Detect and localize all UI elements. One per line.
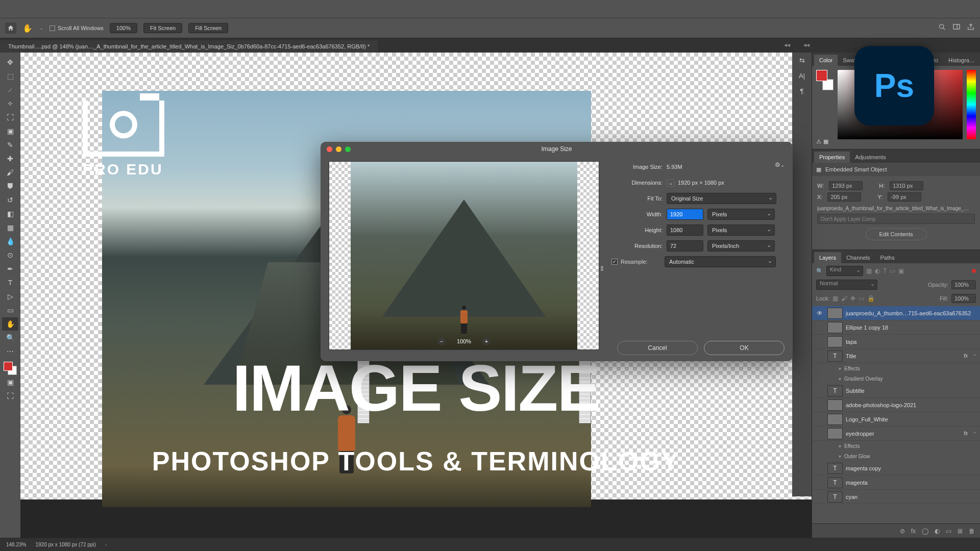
eraser-tool[interactable]: ◧ <box>2 207 18 220</box>
preview-zoom-out-button[interactable]: − <box>437 337 446 345</box>
y-value[interactable]: -99 px <box>888 192 921 202</box>
layer-name[interactable]: magenta <box>846 480 977 486</box>
tab-adjustments[interactable]: Adjustments <box>850 152 891 163</box>
status-doc-info[interactable]: 1920 px x 1080 px (72 ppi) <box>35 542 95 547</box>
layer-row[interactable]: Logo_Full_White <box>812 412 980 427</box>
cancel-button[interactable]: Cancel <box>617 341 698 355</box>
screen-mode-icon[interactable]: ⛶ <box>2 389 18 403</box>
panel-color-swatches[interactable] <box>816 70 834 90</box>
layer-thumbnail[interactable] <box>827 322 843 333</box>
zoom-tool[interactable]: 🔍 <box>2 331 18 344</box>
height-input[interactable] <box>667 224 703 236</box>
layer-row[interactable]: Tmagenta <box>812 475 980 490</box>
layer-row[interactable]: 👁juanproedu_A_thumbn…715-aed6-eac63a6763… <box>812 306 980 320</box>
layer-row[interactable]: TTitlefx⌃ <box>812 349 980 363</box>
more-tools[interactable]: ⋯ <box>2 345 18 358</box>
gamut-warning-icon[interactable]: ⚠ <box>816 138 821 145</box>
tab-layers[interactable]: Layers <box>814 252 841 263</box>
layer-thumbnail[interactable]: T <box>827 385 843 396</box>
edit-contents-button[interactable]: Edit Contents <box>866 228 927 240</box>
web-color-icon[interactable]: ▦ <box>823 138 828 145</box>
lock-all-icon[interactable]: 🔒 <box>867 295 875 302</box>
delete-layer-icon[interactable]: 🗑 <box>969 528 975 535</box>
resolution-unit-select[interactable]: Pixels/Inch <box>707 240 775 252</box>
eyedropper-tool[interactable]: ✎ <box>2 138 18 152</box>
layer-name[interactable]: juanproedu_A_thumbn…715-aed6-eac63a67635… <box>846 310 977 316</box>
gradient-tool[interactable]: ▦ <box>2 221 18 234</box>
mini-panel-icon[interactable]: A| <box>796 70 807 81</box>
layer-row[interactable]: adobe-photoshop-logo-2021 <box>812 398 980 412</box>
layer-name[interactable]: tapa <box>846 339 977 345</box>
layer-name[interactable]: eyedropper <box>846 431 961 437</box>
lock-transparency-icon[interactable]: ▦ <box>832 295 838 302</box>
tab-properties[interactable]: Properties <box>814 152 850 163</box>
layer-thumbnail[interactable]: T <box>827 477 843 488</box>
layer-thumbnail[interactable] <box>827 428 843 439</box>
type-tool[interactable]: T <box>2 276 18 289</box>
stamp-tool[interactable]: ⛊ <box>2 180 18 193</box>
filter-type-icon[interactable]: T <box>883 267 887 274</box>
resolution-input[interactable] <box>667 240 703 252</box>
lasso-tool[interactable]: ⟋ <box>2 83 18 96</box>
dimensions-unit-toggle[interactable]: ⌄ <box>667 179 675 187</box>
tab-channels[interactable]: Channels <box>841 252 875 263</box>
hue-slider[interactable] <box>967 70 976 139</box>
frame-tool[interactable]: ▣ <box>2 124 18 138</box>
layer-thumbnail[interactable]: T <box>827 350 843 362</box>
dodge-tool[interactable]: ⊙ <box>2 248 18 262</box>
pen-tool[interactable]: ✒ <box>2 262 18 276</box>
lock-artboard-icon[interactable]: ▭ <box>859 295 864 302</box>
layer-effect-item[interactable]: ▾Gradient Overlay <box>812 373 980 384</box>
layer-thumbnail[interactable] <box>827 336 843 347</box>
width-unit-select[interactable]: Pixels <box>707 209 775 220</box>
x-value[interactable]: 205 px <box>827 192 861 202</box>
wand-tool[interactable]: ✧ <box>2 97 18 110</box>
mini-panel-icon[interactable]: ⇆ <box>796 55 807 66</box>
crop-tool[interactable]: ⛶ <box>2 111 18 124</box>
hand-tool-icon[interactable]: ✋ <box>22 23 33 33</box>
layer-thumbnail[interactable] <box>827 308 843 319</box>
layer-filter-kind[interactable]: Kind <box>826 266 863 276</box>
width-input[interactable] <box>667 209 703 220</box>
layer-visibility-icon[interactable]: 👁 <box>815 310 824 317</box>
layer-name[interactable]: cyan <box>846 494 977 500</box>
group-icon[interactable]: ▭ <box>946 528 951 535</box>
layer-fx-badge[interactable]: fx <box>964 353 968 359</box>
layer-thumbnail[interactable] <box>827 414 843 425</box>
filter-smart-icon[interactable]: ▣ <box>898 267 904 274</box>
blend-mode-select[interactable]: Normal <box>816 280 877 290</box>
quick-mask-icon[interactable]: ▣ <box>2 375 18 389</box>
share-icon[interactable] <box>967 23 975 31</box>
layer-name[interactable]: magenta copy <box>846 465 977 471</box>
layer-row[interactable]: tapa <box>812 335 980 349</box>
zoom-100-button[interactable]: 100% <box>110 23 137 33</box>
filter-pixel-icon[interactable]: ▦ <box>866 267 872 274</box>
filter-toggle[interactable] <box>972 269 976 273</box>
history-brush-tool[interactable]: ↺ <box>2 193 18 207</box>
panel-collapse-arrow[interactable]: ◀◀ <box>803 43 810 47</box>
layer-comp-select[interactable]: Don't Apply Layer Comp <box>817 214 975 224</box>
preview-zoom-in-button[interactable]: + <box>482 337 491 345</box>
layer-name[interactable]: Logo_Full_White <box>846 416 977 422</box>
constrain-proportions-icon[interactable]: ⇕ <box>599 265 605 272</box>
dialog-gear-icon[interactable]: ⚙⌄ <box>775 161 785 168</box>
fit-to-select[interactable]: Original Size <box>667 193 776 204</box>
workspace-icon[interactable] <box>952 23 961 31</box>
path-select-tool[interactable]: ▷ <box>2 290 18 303</box>
window-zoom-icon[interactable] <box>345 146 351 152</box>
search-icon[interactable] <box>938 23 946 31</box>
link-layers-icon[interactable]: ⊘ <box>900 528 905 535</box>
document-tab[interactable]: Thumbnail….psd @ 148% (juan…_A_thumbnail… <box>0 40 378 53</box>
ok-button[interactable]: OK <box>704 341 785 355</box>
lock-position-icon[interactable]: ✥ <box>850 295 855 302</box>
layer-name[interactable]: adobe-photoshop-logo-2021 <box>846 402 977 408</box>
window-minimize-icon[interactable] <box>336 146 341 152</box>
brush-tool[interactable]: 🖌 <box>2 166 18 179</box>
fill-screen-button[interactable]: Fill Screen <box>188 23 228 33</box>
status-zoom[interactable]: 148.23% <box>6 542 26 547</box>
move-tool[interactable]: ✥ <box>2 56 18 69</box>
scroll-all-option[interactable]: Scroll All Windows <box>50 25 104 32</box>
resample-select[interactable]: Automatic <box>665 256 776 267</box>
height-unit-select[interactable]: Pixels <box>707 224 775 236</box>
healing-tool[interactable]: ✚ <box>2 152 18 165</box>
